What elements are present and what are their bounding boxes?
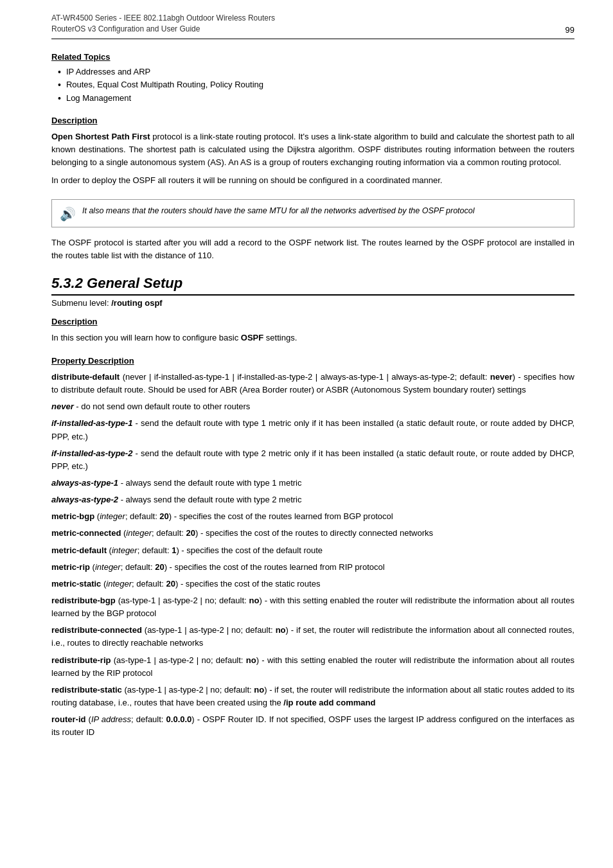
prop-if-type1: if-installed-as-type-1 - send the defaul… <box>51 417 574 443</box>
note-text: It also means that the routers should ha… <box>82 205 475 217</box>
related-topics-heading: Related Topics <box>51 52 574 62</box>
prop-always-type1: always-as-type-1 - always send the defau… <box>51 477 574 490</box>
property-description-section: Property Description distribute-default … <box>51 356 574 739</box>
prop-never: never - do not send own default route to… <box>51 400 574 413</box>
related-topics-section: Related Topics IP Addresses and ARP Rout… <box>51 52 574 104</box>
submenu-level: Submenu level: /routing ospf <box>51 298 574 308</box>
prop-metric-connected: metric-connected (integer; default: 20) … <box>51 527 574 540</box>
chapter-description-text: In this section you will learn how to co… <box>51 332 574 344</box>
prop-redistribute-bgp: redistribute-bgp (as-type-1 | as-type-2 … <box>51 594 574 620</box>
note-box: 🔊 It also means that the routers should … <box>51 199 574 227</box>
prop-metric-static: metric-static (integer; default: 20) - s… <box>51 578 574 590</box>
prop-distribute-default: distribute-default (never | if-installed… <box>51 371 574 396</box>
chapter-description-heading: Description <box>51 317 574 326</box>
prop-always-type2: always-as-type-2 - always send the defau… <box>51 493 574 506</box>
prop-router-id: router-id (IP address; default: 0.0.0.0)… <box>51 713 574 739</box>
description-section: Description Open Shortest Path First pro… <box>51 116 574 188</box>
ospf-note-paragraph: The OSPF protocol is started after you w… <box>51 236 574 262</box>
page-header: AT-WR4500 Series - IEEE 802.11abgh Outdo… <box>51 13 574 39</box>
chapter-number: 5.3.2 <box>51 275 83 291</box>
list-item: IP Addresses and ARP <box>58 67 574 78</box>
prop-if-type2: if-installed-as-type-2 - send the defaul… <box>51 447 574 473</box>
chapter-description-section: Description In this section you will lea… <box>51 317 574 344</box>
prop-metric-bgp: metric-bgp (integer; default: 20) - spec… <box>51 510 574 523</box>
prop-metric-default: metric-default (integer; default: 1) - s… <box>51 544 574 557</box>
property-description-heading: Property Description <box>51 356 574 366</box>
header-left: AT-WR4500 Series - IEEE 802.11abgh Outdo… <box>51 13 275 35</box>
list-item: Routes, Equal Cost Multipath Routing, Po… <box>58 80 574 91</box>
page-number: 99 <box>565 25 574 35</box>
prop-redistribute-connected: redistribute-connected (as-type-1 | as-t… <box>51 624 574 650</box>
list-item: Log Management <box>58 93 574 104</box>
related-topics-list: IP Addresses and ARP Routes, Equal Cost … <box>51 67 574 104</box>
header-title-line1: AT-WR4500 Series - IEEE 802.11abgh Outdo… <box>51 13 275 24</box>
ospf-bold: Open Shortest Path First <box>51 132 150 141</box>
description-para1: Open Shortest Path First protocol is a l… <box>51 130 574 169</box>
chapter-title: 5.3.2 General Setup <box>51 275 574 296</box>
prop-redistribute-static: redistribute-static (as-type-1 | as-type… <box>51 684 574 709</box>
description-para2: In order to deploy the OSPF all routers … <box>51 174 574 187</box>
prop-redistribute-rip: redistribute-rip (as-type-1 | as-type-2 … <box>51 654 574 680</box>
description-heading: Description <box>51 116 574 125</box>
note-icon: 🔊 <box>60 206 76 222</box>
header-title-line2: RouterOS v3 Configuration and User Guide <box>51 24 275 35</box>
prop-metric-rip: metric-rip (integer; default: 20) - spec… <box>51 561 574 574</box>
chapter-name: General Setup <box>87 275 182 291</box>
page: AT-WR4500 Series - IEEE 802.11abgh Outdo… <box>0 0 613 776</box>
